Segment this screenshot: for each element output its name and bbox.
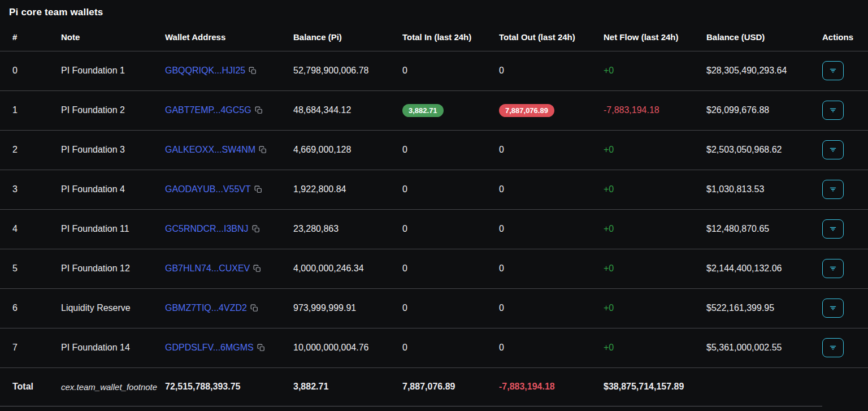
wallet-note: PI Foundation 3 — [61, 130, 165, 170]
wallet-address-link[interactable]: GC5RNDCR...I3BNJ — [165, 224, 249, 233]
copy-icon[interactable] — [249, 67, 257, 75]
row-index: 5 — [0, 249, 61, 288]
wallet-note: PI Foundation 12 — [61, 249, 165, 288]
table-row: 6Liquidity ReserveGBMZ7TIQ...4VZD2973,99… — [0, 288, 868, 328]
table-row: 3PI Foundation 4GAODAYUB...V55VT1,922,80… — [0, 170, 868, 209]
wallet-address-cell: GC5RNDCR...I3BNJ — [165, 209, 293, 249]
wallet-address-link[interactable]: GBMZ7TIQ...4VZD2 — [165, 303, 247, 313]
actions-cell — [822, 170, 868, 209]
wallet-actions-button[interactable] — [822, 140, 844, 159]
filter-icon — [828, 185, 837, 194]
balance-pi: 1,922,800.84 — [293, 170, 402, 209]
copy-icon[interactable] — [252, 225, 260, 233]
wallet-address-link[interactable]: GALKEOXX...SW4NM — [165, 145, 255, 154]
net-flow: +0 — [604, 130, 706, 170]
row-index: 1 — [0, 90, 61, 130]
net-flow: +0 — [604, 288, 706, 328]
total-net-flow: -7,883,194.18 — [499, 367, 604, 406]
wallet-note: PI Foundation 11 — [61, 209, 165, 249]
wallet-address-link[interactable]: GBQQRIQK...HJI25 — [165, 66, 245, 75]
filter-icon — [828, 304, 837, 313]
net-flow: +0 — [604, 51, 706, 90]
wallet-actions-button[interactable] — [822, 180, 844, 199]
total-in: 0 — [402, 51, 499, 90]
balance-pi: 4,000,000,246.34 — [293, 249, 402, 288]
col-header-net-flow: Net Flow (last 24h) — [604, 24, 706, 51]
total-in-sum: 3,882.71 — [293, 367, 402, 406]
actions-cell — [822, 90, 868, 130]
wallet-address-cell: GBMZ7TIQ...4VZD2 — [165, 288, 293, 328]
actions-cell — [822, 249, 868, 288]
total-out: 0 — [499, 249, 604, 288]
total-out: 7,887,076.89 — [499, 90, 604, 130]
wallet-actions-button[interactable] — [822, 101, 844, 120]
total-out-badge: 7,887,076.89 — [499, 104, 554, 117]
wallet-address-link[interactable]: GB7HLN74...CUXEV — [165, 263, 250, 273]
wallet-address-link[interactable]: GDPDSLFV...6MGMS — [165, 343, 254, 352]
total-out: 0 — [499, 209, 604, 249]
wallet-address-cell: GB7HLN74...CUXEV — [165, 249, 293, 288]
total-in: 0 — [402, 130, 499, 170]
balance-usd: $522,161,399.95 — [706, 288, 822, 328]
total-out-sum: 7,887,076.89 — [402, 367, 499, 406]
row-index: 7 — [0, 328, 61, 367]
row-index: 3 — [0, 170, 61, 209]
total-label: Total — [0, 367, 61, 406]
balance-pi: 4,669,000,128 — [293, 130, 402, 170]
total-actions-empty — [706, 367, 822, 406]
total-in: 3,882.71 — [402, 90, 499, 130]
table-row: 7PI Foundation 14GDPDSLFV...6MGMS10,000,… — [0, 328, 868, 367]
net-flow: -7,883,194.18 — [604, 90, 706, 130]
copy-icon[interactable] — [255, 106, 263, 114]
row-index: 4 — [0, 209, 61, 249]
col-header-index: # — [0, 24, 61, 51]
wallet-actions-button[interactable] — [822, 219, 844, 239]
copy-icon[interactable] — [253, 265, 261, 272]
copy-icon[interactable] — [257, 344, 265, 352]
wallet-actions-button[interactable] — [822, 61, 844, 80]
balance-usd: $26,099,676.88 — [706, 90, 822, 130]
net-flow: +0 — [604, 328, 706, 367]
wallet-address-cell: GALKEOXX...SW4NM — [165, 130, 293, 170]
table-row: 1PI Foundation 2GABT7EMP...4GC5G48,684,3… — [0, 90, 868, 130]
wallet-address-link[interactable]: GAODAYUB...V55VT — [165, 184, 251, 194]
copy-icon[interactable] — [254, 185, 262, 193]
wallet-address-link[interactable]: GABT7EMP...4GC5G — [165, 105, 251, 115]
total-in: 0 — [402, 170, 499, 209]
table-header: # Note Wallet Address Balance (Pi) Total… — [0, 24, 868, 51]
balance-usd: $2,144,400,132.06 — [706, 249, 822, 288]
total-in: 0 — [402, 288, 499, 328]
table-body: 0PI Foundation 1GBQQRIQK...HJI2552,798,9… — [0, 51, 868, 367]
wallet-actions-button[interactable] — [822, 298, 844, 318]
row-index: 6 — [0, 288, 61, 328]
total-out: 0 — [499, 51, 604, 90]
wallet-actions-button[interactable] — [822, 259, 844, 278]
total-in: 0 — [402, 209, 499, 249]
table-row: 5PI Foundation 12GB7HLN74...CUXEV4,000,0… — [0, 249, 868, 288]
table-footer: Total cex.team_wallet_footnote 72,515,78… — [0, 367, 868, 406]
actions-cell — [822, 288, 868, 328]
col-header-total-out: Total Out (last 24h) — [499, 24, 604, 51]
net-flow: +0 — [604, 249, 706, 288]
filter-icon — [828, 264, 837, 273]
wallets-table: # Note Wallet Address Balance (Pi) Total… — [0, 24, 868, 406]
col-header-note: Note — [61, 24, 165, 51]
actions-cell — [822, 328, 868, 367]
balance-usd: $12,480,870.65 — [706, 209, 822, 249]
col-header-balance-usd: Balance (USD) — [706, 24, 822, 51]
copy-icon[interactable] — [259, 146, 267, 154]
wallet-note: PI Foundation 2 — [61, 90, 165, 130]
wallets-page: Pi core team wallets # Note Wallet Addre… — [0, 0, 868, 406]
filter-icon — [828, 343, 837, 352]
copy-icon[interactable] — [250, 304, 258, 312]
total-out: 0 — [499, 328, 604, 367]
total-in: 0 — [402, 328, 499, 367]
filter-icon — [828, 224, 837, 233]
total-out: 0 — [499, 288, 604, 328]
table-row: 4PI Foundation 11GC5RNDCR...I3BNJ23,280,… — [0, 209, 868, 249]
filter-icon — [828, 145, 837, 154]
wallet-actions-button[interactable] — [822, 338, 844, 357]
balance-pi: 52,798,900,006.78 — [293, 51, 402, 90]
wallet-note: Liquidity Reserve — [61, 288, 165, 328]
total-in: 0 — [402, 249, 499, 288]
